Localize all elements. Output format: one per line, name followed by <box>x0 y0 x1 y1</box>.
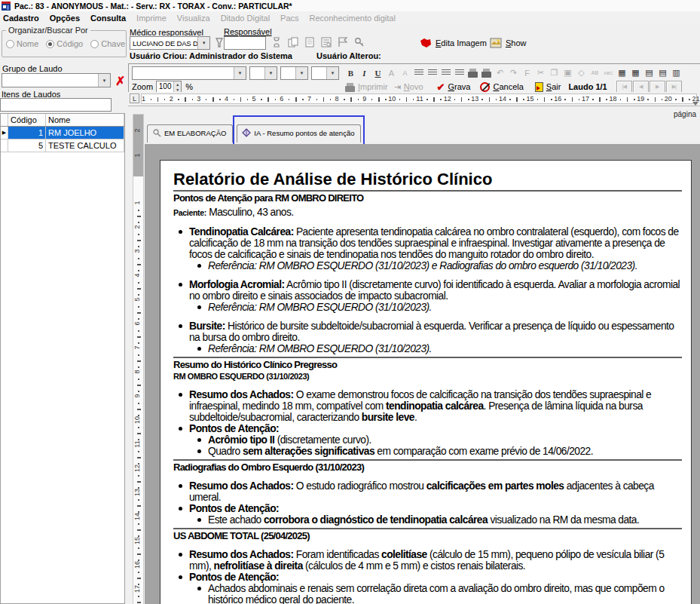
align-right-icon[interactable] <box>439 67 452 79</box>
bold-icon[interactable]: B <box>344 67 357 79</box>
redo-icon[interactable]: ↷ <box>507 67 520 79</box>
edita-imagem-button[interactable]: Edita Imagem <box>420 38 487 48</box>
align-center-icon[interactable] <box>426 67 439 79</box>
app-icon <box>2 2 11 11</box>
size-combo[interactable]: ▼ <box>280 66 308 80</box>
imprimir-button[interactable]: Imprimir <box>345 82 388 92</box>
menu-opções[interactable]: Opções <box>50 14 80 23</box>
shape-icon[interactable]: ◇ <box>575 67 588 79</box>
italic-icon[interactable]: I <box>358 67 371 79</box>
style-combo[interactable]: ▼ <box>132 66 246 80</box>
bullet-icon <box>197 438 201 442</box>
bullet-icon <box>179 553 182 556</box>
format-f-icon[interactable]: F <box>521 67 533 79</box>
nav-first-button[interactable]: |◀ <box>616 81 632 93</box>
undo-icon[interactable]: ↶ <box>494 67 506 79</box>
doc-para: Paciente: Masculino, 43 anos. <box>173 207 682 219</box>
align-justify-icon[interactable] <box>453 67 466 79</box>
funnel-icon[interactable] <box>215 38 224 48</box>
underline-icon[interactable]: U <box>371 67 384 79</box>
doc-li2: Quadro sem alterações significativas em … <box>173 446 682 457</box>
radio-circle-icon[interactable] <box>90 40 99 48</box>
row-insert-icon[interactable]: ▤ <box>643 67 656 79</box>
column-header-nome[interactable]: Nome <box>46 114 124 126</box>
tab-label: EM ELABORAÇÃO <box>164 129 226 137</box>
zoom-spinner[interactable]: 100 ▲▼ <box>156 81 182 93</box>
key-icon[interactable] <box>354 37 365 48</box>
novo-button[interactable]: ⇥ Novo <box>394 82 423 92</box>
ruler-number: 19 <box>637 95 644 103</box>
table-grid-icon[interactable]: ▦ <box>629 67 642 79</box>
medico-dropdown-icon[interactable]: ▼ <box>197 37 209 49</box>
menu-consulta[interactable]: Consulta <box>90 14 126 23</box>
menu-cadastro[interactable]: Cadastro <box>3 14 39 23</box>
column-header-código[interactable]: Código <box>8 114 46 126</box>
paste-icon[interactable]: ▣ <box>561 67 574 79</box>
medico-value: LUCIANO DE DAS D <box>130 37 197 49</box>
radio-circle-icon[interactable] <box>46 40 54 48</box>
nav-next-button[interactable]: ▶ <box>650 81 665 93</box>
cancela-button[interactable]: Cancela <box>480 82 523 92</box>
bullet-icon <box>179 484 182 488</box>
flag-icon[interactable] <box>338 37 348 48</box>
subscript-icon[interactable]: AB <box>588 67 601 79</box>
ruler-number: 4 <box>225 95 228 103</box>
copy-icon[interactable] <box>288 37 298 48</box>
spellcheck-icon[interactable]: ABC <box>602 67 615 79</box>
menu-pacs[interactable]: Pacs <box>280 14 298 23</box>
horizontal-ruler: L 123456789101112131415161718192021 <box>128 92 700 106</box>
stamp-icon[interactable] <box>321 37 332 48</box>
tab-highlight-rectangle <box>233 115 365 146</box>
magnifier-icon <box>152 128 161 137</box>
table-icon[interactable]: ▦ <box>616 67 628 79</box>
table-row[interactable]: 5TESTE CALCULO <box>1 140 124 152</box>
responsavel-label: Responsável <box>224 27 272 36</box>
font-grow-icon[interactable]: A <box>385 67 398 79</box>
doc-li1: Tendinopatia Calcárea: Paciente apresent… <box>173 226 682 260</box>
responsavel-input[interactable] <box>224 36 266 50</box>
align-left-icon[interactable] <box>412 67 425 79</box>
format-toolbar-row: ▼ ▼ ▼ ▼ BIUAA↶↷F✂❐▣◇ABABC▦▦▤▤▥ <box>132 66 683 80</box>
clear-grupo-button[interactable]: ✗ <box>115 74 125 88</box>
ruler-number: 2 <box>170 95 173 103</box>
document-icon[interactable] <box>304 37 315 48</box>
row-delete-icon[interactable]: ▤ <box>656 67 669 79</box>
copy-icon[interactable]: ❐ <box>548 67 561 79</box>
font-shrink-icon[interactable]: A <box>399 67 411 79</box>
hourglass-icon[interactable] <box>271 37 282 48</box>
zoom-down-icon[interactable]: ▼ <box>174 87 181 92</box>
ruler-number: 1 <box>142 95 145 103</box>
nav-last-button[interactable]: ▶| <box>666 81 682 93</box>
menu-ditado-digital[interactable]: Ditado Digital <box>221 14 270 23</box>
menu-visualiza[interactable]: Visualiza <box>177 14 210 23</box>
sair-button[interactable]: Sair <box>535 82 561 92</box>
radio-chave[interactable]: Chave <box>90 39 125 48</box>
grupo-laudo-combo[interactable]: ▼ <box>2 73 111 87</box>
tab-stop-selector[interactable]: L <box>130 94 139 103</box>
radio-código[interactable]: Código <box>46 39 83 48</box>
novo-icon: ⇥ <box>394 82 401 92</box>
itens-laudos-input[interactable] <box>0 98 112 112</box>
show-label: Show <box>506 38 527 48</box>
font-combo[interactable]: ▼ <box>249 66 277 80</box>
grupo-laudo-value <box>2 74 98 87</box>
show-button[interactable]: Show <box>490 37 527 48</box>
cut-icon[interactable]: ✂ <box>534 67 547 79</box>
table-row[interactable]: ▶1RM JOELHO <box>1 127 124 140</box>
grupo-laudo-dropdown-icon[interactable]: ▼ <box>98 74 110 87</box>
doc-li1: Resumo dos Achados: O estudo radiográfic… <box>173 480 682 503</box>
doc-li1: Morfologia Acromial: Acrômio tipo II (di… <box>173 279 682 302</box>
radio-nome[interactable]: Nome <box>6 39 38 48</box>
radio-circle-icon[interactable] <box>6 40 14 48</box>
columns-icon[interactable]: ▥ <box>670 67 683 79</box>
menu-imprime[interactable]: Imprime <box>136 14 167 23</box>
tab-em-elabora-o[interactable]: EM ELABORAÇÃO <box>147 124 233 143</box>
print-preview-icon[interactable] <box>480 67 493 79</box>
medico-combo[interactable]: LUCIANO DE DAS D ▼ <box>130 36 210 50</box>
grava-button[interactable]: ✔ Grava <box>437 81 471 93</box>
zoom-up-icon[interactable]: ▲ <box>174 81 181 87</box>
nav-prev-button[interactable]: ◀ <box>633 81 649 93</box>
menu-reconhecimento-digital[interactable]: Reconhecimento digital <box>310 14 396 23</box>
print-icon[interactable] <box>466 67 479 79</box>
color-combo[interactable]: ▼ <box>311 66 339 80</box>
